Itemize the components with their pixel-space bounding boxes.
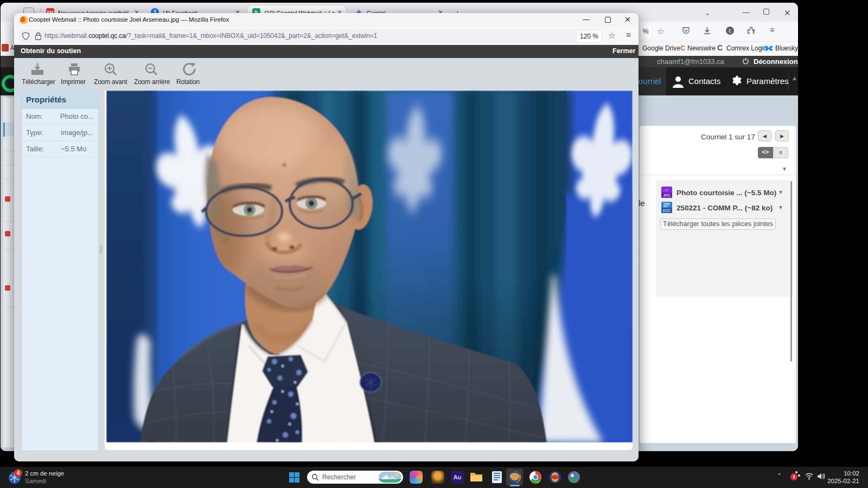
- svg-text:DOC: DOC: [663, 209, 671, 213]
- svg-text:▵○: ▵○: [665, 188, 669, 191]
- svg-text:JPG: JPG: [663, 194, 671, 197]
